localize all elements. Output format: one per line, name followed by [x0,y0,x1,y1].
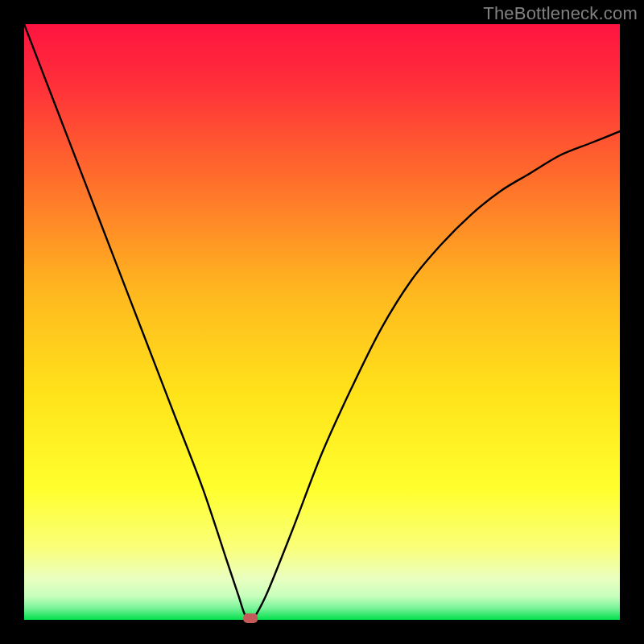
plot-background [24,24,620,620]
minimum-marker [243,613,258,623]
chart-frame: TheBottleneck.com [0,0,644,644]
watermark-text: TheBottleneck.com [483,3,638,24]
bottleneck-chart-svg [0,0,644,644]
